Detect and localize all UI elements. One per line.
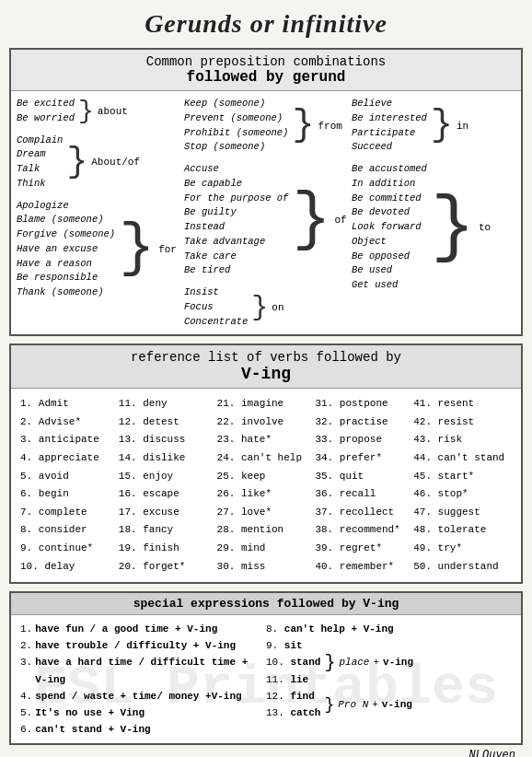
pro-group: 12. find 13. catch } Pro N + v-ing <box>266 688 512 721</box>
list-item: 3. have a hard time / difficult time + V… <box>20 654 266 687</box>
list-item: 24. can't help <box>217 450 316 467</box>
list-item: 22. involve <box>217 414 316 431</box>
prep-group-about: Be excited Be worried } about <box>17 97 180 126</box>
special-section: special expressions followed by V-ing 1.… <box>9 591 523 745</box>
list-item: 18. fancy <box>119 522 217 539</box>
special-right: 8. can't help + V-ing 9. sit 10. stand 1… <box>266 621 512 738</box>
list-item: 9. continue* <box>20 541 119 557</box>
prep-col-2: Keep (someone) Prevent (someone) Prohibi… <box>184 97 348 329</box>
list-item: 41. resent <box>413 396 512 413</box>
list-item: 21. imagine <box>217 396 316 413</box>
list-item: 36. recall <box>315 486 413 503</box>
list-item: 10. delay <box>20 559 119 576</box>
list-item: 8. can't help + V-ing <box>266 621 512 637</box>
list-item: 26. like* <box>217 486 316 503</box>
list-item: 15. enjoy <box>119 469 217 485</box>
list-item: 25. keep <box>217 469 316 485</box>
prep-group-in: Believe Be interested Participate Succee… <box>352 97 515 155</box>
list-item: 23. hate* <box>217 432 316 448</box>
list-item: 8. consider <box>20 522 119 539</box>
list-item: 12. detest <box>119 414 217 431</box>
list-item: 14. dislike <box>119 450 217 467</box>
list-item: 2. Advise* <box>20 414 119 431</box>
prep-group-aboutof: Complain Dream Talk Think } About/of <box>17 134 180 192</box>
prep-group-on: Insist Focus Concentrate } on <box>184 285 348 329</box>
list-item: 2. have trouble / difficulty + V-ing <box>20 637 266 654</box>
list-item: 37. recollect <box>315 505 413 521</box>
list-item: 6. begin <box>20 486 119 503</box>
list-item: 42. resist <box>413 414 512 431</box>
list-item: 48. tolerate <box>413 522 512 539</box>
list-item: 47. suggest <box>413 505 512 521</box>
list-item: 49. try* <box>413 541 512 557</box>
list-item: 4. appreciate <box>20 450 119 467</box>
prep-group-of: Accuse Be capable For the purpose of Be … <box>184 162 348 278</box>
list-item: 40. remember* <box>315 559 413 576</box>
list-item: 13. discuss <box>119 432 217 448</box>
special-left: 1. have fun / a good time + V-ing 2. hav… <box>20 621 266 738</box>
list-item: 30. miss <box>217 559 316 576</box>
list-item: 17. excuse <box>119 505 217 521</box>
ref-section: reference list of verbs followed by V-in… <box>9 344 523 584</box>
ref-header: reference list of verbs followed by V-in… <box>11 345 521 389</box>
list-item: 44. can't stand <box>413 450 512 467</box>
list-item: 1. have fun / a good time + V-ing <box>20 621 266 637</box>
list-item: 16. escape <box>119 486 217 503</box>
page-title: Gerunds or infinitive <box>9 9 523 39</box>
list-item: 31. postpone <box>315 396 413 413</box>
list-item: 45. start* <box>413 469 512 485</box>
list-item: 19. finish <box>119 541 217 557</box>
prep-grid: Be excited Be worried } about Complain D… <box>11 91 521 334</box>
list-item: 43. risk <box>413 432 512 448</box>
prep-col-1: Be excited Be worried } about Complain D… <box>17 97 180 329</box>
prep-section: Common preposition combinations followed… <box>9 48 523 336</box>
author: NLQuyen <box>9 745 523 757</box>
list-item: 38. recommend* <box>315 522 413 539</box>
list-item: 5. avoid <box>20 469 119 485</box>
list-item: 11. deny <box>119 396 217 413</box>
list-item: 5. It's no use + Ving <box>20 705 266 721</box>
list-item: 29. mind <box>217 541 316 557</box>
list-item: 39. regret* <box>315 541 413 557</box>
list-item: 4. spend / waste + time/ money +V-ing <box>20 688 266 705</box>
list-item: 28. mention <box>217 522 316 539</box>
list-item: 32. practise <box>315 414 413 431</box>
list-item: 27. love* <box>217 505 316 521</box>
prep-col-3: Believe Be interested Participate Succee… <box>352 97 515 329</box>
prep-group-from: Keep (someone) Prevent (someone) Prohibi… <box>184 97 348 155</box>
verb-list: 1. Admit11. deny21. imagine31. postpone4… <box>11 389 521 582</box>
place-group: 9. sit 10. stand 11. lie } place + v-ing <box>266 637 512 687</box>
prep-group-for: Apologize Blame (someone) Forgive (someo… <box>17 199 180 300</box>
list-item: 1. Admit <box>20 396 119 413</box>
list-item: 35. quit <box>315 469 413 485</box>
list-item: 50. understand <box>413 559 512 576</box>
list-item: 6. can't stand + V-ing <box>20 721 266 738</box>
special-body: 1. have fun / a good time + V-ing 2. hav… <box>11 615 521 743</box>
prep-group-to: Be accustomed In addition Be committed B… <box>352 162 515 293</box>
prep-header: Common preposition combinations followed… <box>11 50 521 91</box>
list-item: 46. stop* <box>413 486 512 503</box>
list-item: 3. anticipate <box>20 432 119 448</box>
list-item: 20. forget* <box>119 559 217 576</box>
list-item: 7. complete <box>20 505 119 521</box>
list-item: 34. prefer* <box>315 450 413 467</box>
list-item: 33. propose <box>315 432 413 448</box>
special-header: special expressions followed by V-ing <box>11 593 521 615</box>
